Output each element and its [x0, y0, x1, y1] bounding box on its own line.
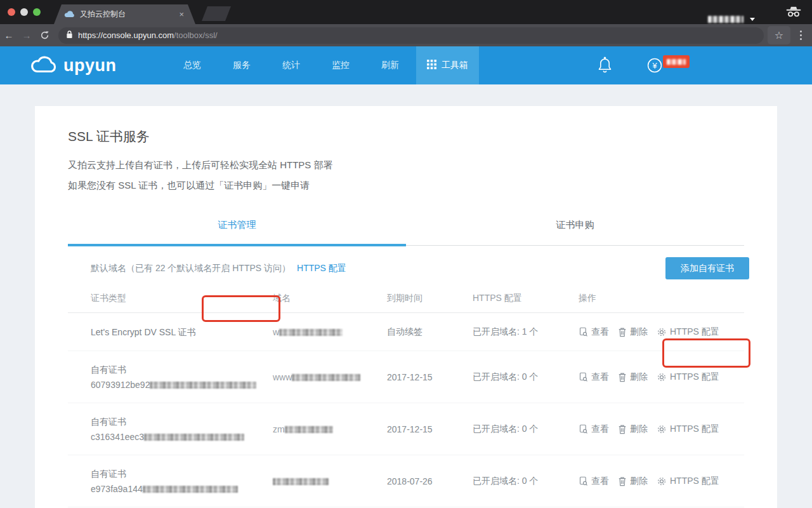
- document-search-icon: [579, 372, 588, 382]
- expiry: 2018-07-26: [387, 476, 473, 486]
- view-action[interactable]: 查看: [579, 476, 609, 487]
- trash-icon: [618, 476, 627, 486]
- star-icon: ☆: [775, 29, 783, 41]
- expiry: 自动续签: [387, 326, 473, 338]
- https-status: 已开启域名: 0 个: [473, 371, 579, 383]
- tab-title: 又拍云控制台: [80, 9, 174, 20]
- window-minimize-button[interactable]: [20, 8, 28, 16]
- cloud-favicon-icon: [64, 9, 75, 20]
- nav-item-overview[interactable]: 总览: [183, 60, 201, 71]
- expiry: 2017-12-15: [387, 372, 473, 382]
- redacted-domain: [279, 329, 343, 336]
- browser-tab[interactable]: 又拍云控制台 ×: [54, 4, 195, 24]
- svg-text:¥: ¥: [652, 61, 657, 70]
- cert-type: 自有证书: [91, 362, 273, 377]
- table-row: 自有证书 c316341eec3 zm 2017-12-15 已开启域名: 0 …: [68, 403, 744, 455]
- https-config-action[interactable]: HTTPS 配置: [657, 424, 719, 435]
- gear-icon: [657, 327, 667, 337]
- cert-type: 自有证书: [91, 466, 273, 481]
- url-bar[interactable]: https://console.upyun.com/toolbox/ssl/: [58, 27, 764, 44]
- incognito-icon: [785, 6, 802, 20]
- nav-item-statistics[interactable]: 统计: [282, 60, 300, 71]
- url-host: https://console.upyun.com: [78, 30, 174, 40]
- new-tab-button[interactable]: [202, 6, 231, 21]
- expiry: 2017-12-15: [387, 424, 473, 434]
- page-description-line2: 如果您没有 SSL 证书，也可以通过「证书申购」一键申请: [68, 179, 744, 191]
- table-row: 自有证书 e973fa9a144 2018-07-26 已开启域名: 0 个 查…: [68, 455, 744, 507]
- url-path: /toolbox/ssl/: [174, 30, 218, 40]
- forward-button[interactable]: →: [18, 30, 36, 41]
- redacted-cert-id: [143, 486, 238, 493]
- lock-icon: [66, 30, 73, 41]
- view-action[interactable]: 查看: [579, 371, 609, 383]
- https-config-action[interactable]: HTTPS 配置: [657, 326, 719, 338]
- domain-info-text: 默认域名（已有 22 个默认域名开启 HTTPS 访问）: [91, 263, 291, 273]
- cert-type: Let's Encrypt DV SSL 证书: [91, 324, 273, 340]
- document-search-icon: [579, 476, 588, 486]
- browser-menu-button[interactable]: [794, 30, 807, 40]
- header-expiry: 到期时间: [387, 293, 473, 304]
- nav-item-monitoring[interactable]: 监控: [332, 60, 350, 71]
- https-config-action[interactable]: HTTPS 配置: [657, 371, 719, 383]
- https-status: 已开启域名: 0 个: [473, 476, 579, 487]
- delete-action[interactable]: 删除: [618, 326, 648, 338]
- window-zoom-button[interactable]: [33, 8, 41, 16]
- redacted-domain: [285, 426, 333, 433]
- tab-cert-purchase[interactable]: 证书申购: [406, 210, 744, 246]
- reload-button[interactable]: [36, 30, 53, 40]
- trash-icon: [618, 327, 627, 337]
- page-title: SSL 证书服务: [68, 106, 744, 144]
- view-action[interactable]: 查看: [579, 424, 609, 435]
- header-domain: 域名: [273, 293, 387, 304]
- app-navbar: upyun 总览 服务 统计 监控 刷新 工具箱: [0, 46, 812, 84]
- nav-item-refresh[interactable]: 刷新: [381, 60, 399, 71]
- nav-item-toolbox-active[interactable]: 工具箱: [416, 46, 479, 84]
- balance-badge: [663, 55, 690, 68]
- bookmark-star-button[interactable]: ☆: [768, 26, 790, 44]
- view-action[interactable]: 查看: [579, 326, 609, 338]
- browser-tabbar: 又拍云控制台 ×: [0, 0, 812, 24]
- redacted-cert-id: [144, 434, 244, 441]
- certificates-table: 证书类型 域名 到期时间 HTTPS 配置 操作 Let's Encrypt D…: [68, 284, 744, 507]
- screen: 又拍云控制台 × ← →: [0, 0, 812, 508]
- window-close-button[interactable]: [8, 8, 15, 16]
- domain-prefix: zm: [273, 424, 285, 434]
- cert-id: c316341eec3: [91, 432, 144, 442]
- redacted-username: [708, 16, 743, 23]
- redacted-domain: [292, 374, 360, 381]
- page-description-line1: 又拍云支持上传自有证书，上传后可轻松实现全站 HTTPS 部署: [68, 159, 744, 171]
- header-actions: 操作: [579, 293, 744, 304]
- https-config-action[interactable]: HTTPS 配置: [657, 476, 719, 487]
- https-status: 已开启域名: 0 个: [473, 424, 579, 435]
- upyun-logo[interactable]: upyun: [29, 55, 117, 77]
- domain-info-row: 默认域名（已有 22 个默认域名开启 HTTPS 访问）HTTPS 配置 添加自…: [68, 257, 744, 283]
- redacted-domain: [273, 478, 329, 485]
- page-content: SSL 证书服务 又拍云支持上传自有证书，上传后可轻松实现全站 HTTPS 部署…: [0, 84, 812, 508]
- table-row: 自有证书 60793912be92 www 2017-12-15 已开启域名: …: [68, 351, 744, 403]
- grid-icon: [427, 60, 436, 71]
- bell-icon[interactable]: [597, 57, 613, 77]
- nav-item-services[interactable]: 服务: [233, 60, 251, 71]
- account-menu[interactable]: [708, 0, 755, 38]
- delete-action[interactable]: 删除: [618, 476, 648, 487]
- delete-action[interactable]: 删除: [618, 424, 648, 435]
- document-search-icon: [579, 424, 588, 434]
- tab-cert-manage[interactable]: 证书管理: [68, 210, 406, 246]
- header-cert-type: 证书类型: [68, 293, 273, 304]
- cert-id: e973fa9a144: [91, 484, 143, 494]
- gear-icon: [657, 424, 667, 434]
- back-button[interactable]: ←: [0, 30, 18, 41]
- yen-circle-icon[interactable]: ¥: [647, 58, 662, 76]
- ssl-service-card: SSL 证书服务 又拍云支持上传自有证书，上传后可轻松实现全站 HTTPS 部署…: [35, 106, 777, 508]
- tab-close-icon[interactable]: ×: [179, 10, 184, 19]
- https-status: 已开启域名: 1 个: [473, 326, 579, 338]
- https-config-link[interactable]: HTTPS 配置: [297, 263, 346, 273]
- cert-id: 60793912be92: [91, 380, 150, 390]
- delete-action[interactable]: 删除: [618, 371, 648, 383]
- upyun-cloud-logo-icon: [29, 55, 58, 77]
- trash-icon: [618, 372, 627, 382]
- cert-type: 自有证书: [91, 414, 273, 429]
- gear-icon: [657, 476, 667, 486]
- add-certificate-button[interactable]: 添加自有证书: [665, 257, 749, 279]
- active-tab-indicator: [68, 244, 406, 246]
